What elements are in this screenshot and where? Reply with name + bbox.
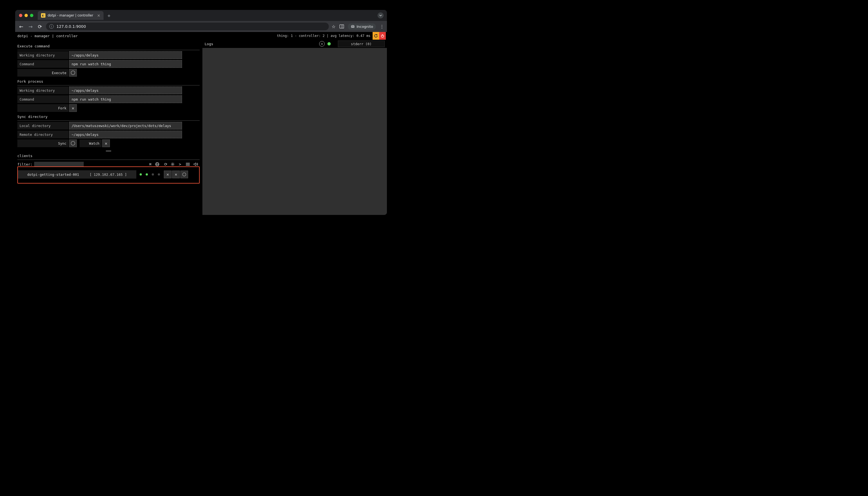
browser-tab[interactable]: ◧ dotpi - manager | controller × bbox=[38, 11, 103, 20]
panel-icon[interactable] bbox=[340, 25, 344, 28]
status-text: thing: 1 - controller: 2 | avg latency: … bbox=[277, 34, 373, 38]
sync-local-input[interactable] bbox=[69, 122, 182, 129]
status-dot-2 bbox=[146, 173, 148, 175]
bookmark-icon[interactable]: ☆ bbox=[332, 24, 335, 29]
address-bar: ← → ⟳ i 127.0.0.1:9000 ☆ Incognito ⋮ bbox=[15, 21, 387, 32]
url-text: 127.0.0.1:9000 bbox=[57, 24, 86, 29]
filter-input[interactable] bbox=[34, 162, 84, 167]
tab-strip: ◧ dotpi - manager | controller × + bbox=[15, 10, 387, 21]
control-panel: Execute command Working directory Comman… bbox=[15, 40, 203, 215]
audio-icon[interactable] bbox=[194, 162, 200, 166]
stderr-label: stderr (0) bbox=[351, 42, 371, 46]
svg-point-2 bbox=[351, 27, 352, 28]
incognito-label: Incognito bbox=[357, 25, 373, 29]
filter-label: filter: bbox=[17, 162, 32, 167]
section-clients-title: clients bbox=[17, 153, 200, 159]
browser-window: ◧ dotpi - manager | controller × + ← → ⟳… bbox=[15, 10, 387, 215]
client-name: dotpi-getting-started-001 bbox=[27, 172, 79, 176]
fork-button-label: Fork bbox=[17, 104, 68, 112]
svg-rect-0 bbox=[340, 25, 344, 28]
tab-title: dotpi - manager | controller bbox=[48, 14, 93, 17]
execute-button[interactable] bbox=[69, 69, 77, 77]
client-status-dots bbox=[140, 173, 160, 175]
fork-wd-label: Working directory bbox=[17, 87, 68, 94]
incognito-badge[interactable]: Incognito bbox=[348, 24, 376, 30]
clear-logs-button[interactable]: ✕ bbox=[319, 41, 325, 47]
maximize-window-button[interactable] bbox=[30, 14, 33, 17]
sync-remote-input[interactable] bbox=[69, 130, 182, 138]
incognito-icon bbox=[351, 25, 355, 28]
client-action-1[interactable]: ✕ bbox=[164, 171, 172, 178]
minimize-window-button[interactable] bbox=[25, 14, 28, 17]
app-title: dotpi - manager | controller bbox=[17, 34, 78, 38]
tab-list-button[interactable] bbox=[377, 12, 384, 18]
clients-list: dotpi-getting-started-001 [ 129.102.67.1… bbox=[17, 167, 200, 184]
exec-cmd-label: Command bbox=[17, 60, 68, 68]
client-row[interactable]: dotpi-getting-started-001 [ 129.102.67.1… bbox=[18, 170, 199, 179]
sync-button[interactable] bbox=[69, 139, 77, 147]
list-icon[interactable] bbox=[186, 162, 192, 166]
close-window-button[interactable] bbox=[19, 14, 22, 17]
terminal-icon[interactable]: >_ bbox=[178, 162, 184, 167]
network-icon[interactable] bbox=[155, 162, 161, 167]
omnibox[interactable]: i 127.0.0.1:9000 bbox=[46, 22, 329, 30]
status-dot-3 bbox=[152, 173, 154, 175]
log-status-indicator bbox=[327, 42, 331, 45]
exec-wd-label: Working directory bbox=[17, 51, 68, 59]
exec-button-label: Execute bbox=[17, 69, 68, 77]
client-ip: [ 129.102.67.165 ] bbox=[90, 172, 127, 176]
resize-grip[interactable] bbox=[17, 149, 200, 153]
section-execute-title: Execute command bbox=[17, 41, 200, 50]
favicon-icon: ◧ bbox=[41, 13, 45, 18]
command-icon[interactable]: ⌘ bbox=[147, 162, 154, 167]
client-action-3[interactable] bbox=[180, 171, 188, 178]
sync-remote-label: Remote directory bbox=[17, 130, 68, 138]
power-button[interactable] bbox=[379, 32, 386, 40]
settings-icon[interactable] bbox=[171, 162, 177, 167]
stderr-tab[interactable]: stderr (0) bbox=[338, 41, 385, 47]
watch-button[interactable]: ✕ bbox=[102, 139, 110, 147]
log-output[interactable] bbox=[203, 48, 387, 215]
reload-app-button[interactable] bbox=[373, 32, 379, 40]
page-content: dotpi - manager | controller thing: 1 - … bbox=[15, 32, 387, 215]
exec-cmd-input[interactable] bbox=[69, 60, 182, 68]
reload-button[interactable]: ⟳ bbox=[37, 23, 43, 30]
forward-button[interactable]: → bbox=[27, 23, 34, 30]
fork-button[interactable]: ✕ bbox=[69, 104, 77, 112]
site-info-icon[interactable]: i bbox=[49, 24, 54, 29]
logs-title: Logs bbox=[205, 42, 213, 46]
refresh-icon[interactable]: ⟳ bbox=[163, 162, 169, 167]
svg-point-10 bbox=[172, 164, 173, 165]
sync-local-label: Local directory bbox=[17, 122, 68, 129]
svg-point-3 bbox=[353, 27, 354, 28]
sync-button-label: Sync bbox=[17, 139, 68, 147]
window-controls bbox=[19, 14, 33, 17]
status-dot-4 bbox=[158, 173, 160, 175]
status-dot-1 bbox=[140, 173, 142, 175]
logs-panel: Logs ✕ stderr (0) bbox=[203, 40, 387, 215]
exec-wd-input[interactable] bbox=[69, 51, 182, 59]
fork-wd-input[interactable] bbox=[69, 87, 182, 94]
fork-cmd-input[interactable] bbox=[69, 95, 182, 103]
section-fork-title: Fork process bbox=[17, 77, 200, 85]
watch-button-label: Watch bbox=[80, 139, 102, 147]
back-button[interactable]: ← bbox=[18, 23, 25, 30]
close-tab-button[interactable]: × bbox=[97, 13, 100, 18]
section-sync-title: Sync directory bbox=[17, 112, 200, 120]
client-action-2[interactable]: ✕ bbox=[172, 171, 180, 178]
new-tab-button[interactable]: + bbox=[105, 13, 113, 18]
app-header: dotpi - manager | controller thing: 1 - … bbox=[15, 32, 387, 40]
menu-icon[interactable]: ⋮ bbox=[380, 24, 384, 29]
fork-cmd-label: Command bbox=[17, 95, 68, 103]
